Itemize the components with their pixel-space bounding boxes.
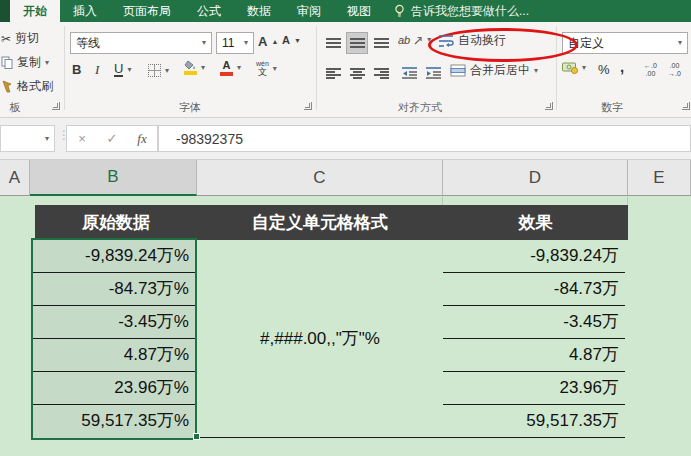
increase-indent-icon — [426, 67, 441, 79]
merge-center-icon — [450, 64, 466, 77]
clipboard-dialog-launcher-icon[interactable] — [52, 102, 60, 110]
align-left-button[interactable] — [322, 62, 344, 84]
table-header-format[interactable]: 自定义单元格格式 — [197, 205, 443, 240]
alignment-dialog-launcher-icon[interactable] — [545, 102, 553, 110]
shrink-font-button[interactable]: A▼ — [282, 34, 301, 46]
align-top-button[interactable] — [322, 32, 344, 54]
align-bottom-icon — [374, 38, 389, 49]
percent-style-button[interactable]: % — [598, 62, 610, 77]
align-top-icon — [326, 38, 341, 49]
column-header-c[interactable]: C — [197, 160, 443, 196]
alignment-group-label: 对齐方式 — [385, 100, 455, 115]
decrease-indent-button[interactable] — [398, 62, 420, 84]
table-row[interactable]: -84.73万 — [443, 273, 625, 306]
name-box[interactable]: ▾ — [0, 125, 55, 152]
table-row[interactable]: -84.73万% — [33, 273, 195, 306]
table-header-effect[interactable]: 效果 — [443, 205, 628, 240]
borders-button[interactable]: ▾ — [148, 64, 169, 77]
enter-button[interactable]: ✓ — [97, 131, 127, 146]
table-row[interactable]: -9,839.24万% — [33, 240, 195, 273]
align-center-button[interactable] — [346, 62, 368, 84]
selected-range-original-data[interactable]: -9,839.24万% -84.73万% -3.45万% 4.87万% 23.9… — [31, 238, 197, 440]
copy-button[interactable]: 复制 ▾ — [1, 54, 49, 71]
underline-button[interactable]: U ▾ — [114, 62, 131, 77]
clipboard-group-label: 板 — [0, 100, 30, 115]
font-name-combo[interactable]: 等线 ▾ — [70, 32, 212, 54]
accounting-format-button[interactable]: ▾ — [562, 62, 586, 74]
table-row[interactable]: -3.45万% — [33, 306, 195, 339]
table-header-original[interactable]: 原始数据 — [35, 205, 197, 240]
table-row[interactable]: -9,839.24万 — [443, 240, 625, 273]
italic-button[interactable]: I — [95, 62, 99, 78]
number-group-label: 数字 — [590, 100, 634, 115]
table-row[interactable]: 4.87万 — [443, 339, 625, 372]
selection-fill-handle[interactable] — [193, 433, 200, 440]
effect-column[interactable]: -9,839.24万 -84.73万 -3.45万 4.87万 23.96万 5… — [443, 240, 625, 438]
formula-bar: ▾ ⋮ × ✓ fx -98392375 — [0, 118, 691, 160]
grow-font-button[interactable]: A▲ — [258, 34, 278, 49]
tab-home[interactable]: 开始 — [10, 0, 60, 22]
tab-data[interactable]: 数据 — [234, 0, 284, 22]
fill-color-button[interactable]: ▾ — [184, 60, 205, 75]
column-header-a[interactable]: A — [0, 160, 30, 196]
font-color-button[interactable]: A ▾ — [220, 60, 241, 76]
number-dialog-launcher-icon[interactable] — [682, 102, 690, 110]
font-color-icon: A — [220, 60, 233, 76]
wrap-text-icon — [438, 34, 454, 48]
column-header-row: A B C D E — [0, 160, 691, 196]
tab-view[interactable]: 视图 — [334, 0, 384, 22]
table-row[interactable]: 23.96万 — [443, 372, 625, 405]
merge-center-button[interactable]: 合并后居中 ▾ — [450, 62, 538, 79]
increase-decimal-button[interactable]: ←.0.00 — [644, 62, 657, 77]
money-icon — [562, 62, 578, 74]
group-divider — [64, 26, 65, 110]
chevron-down-icon: ▾ — [582, 64, 586, 72]
cancel-button[interactable]: × — [67, 131, 97, 146]
tell-me-box[interactable]: 告诉我您想要做什么... — [394, 0, 529, 22]
chevron-down-icon: ▾ — [165, 67, 169, 75]
number-format-combo[interactable]: 自定义 ▾ — [562, 32, 688, 54]
column-header-d[interactable]: D — [443, 160, 628, 196]
decrease-decimal-button[interactable]: .00→.0 — [668, 62, 681, 77]
column-header-e[interactable]: E — [628, 160, 691, 196]
copy-icon — [1, 56, 13, 69]
comma-style-button[interactable]: , — [620, 58, 624, 75]
chevron-down-icon: ▾ — [244, 39, 248, 47]
font-dialog-launcher-icon[interactable] — [304, 102, 312, 110]
bold-button[interactable]: B — [72, 62, 81, 77]
align-middle-button[interactable] — [346, 32, 368, 54]
increase-indent-button[interactable] — [422, 62, 444, 84]
format-painter-button[interactable]: 格式刷 — [1, 78, 53, 95]
align-left-icon — [326, 68, 341, 79]
decrease-indent-icon — [402, 67, 417, 79]
lightbulb-icon — [394, 4, 405, 18]
insert-function-button[interactable]: fx — [127, 131, 157, 147]
phonetic-guide-button[interactable]: wén 文 ▾ — [256, 60, 277, 77]
table-row[interactable]: -3.45万 — [443, 306, 625, 339]
worksheet[interactable]: 原始数据 自定义单元格格式 效果 -9,839.24万% -84.73万% -3… — [0, 196, 691, 456]
phonetic-icon: wén 文 — [256, 60, 269, 77]
table-row[interactable]: 59,517.35万 — [443, 405, 625, 438]
orientation-button[interactable]: ab ▾ — [398, 34, 431, 46]
table-row[interactable]: 23.96万% — [33, 372, 195, 405]
column-header-b[interactable]: B — [30, 160, 197, 196]
file-tab-edge[interactable] — [0, 0, 10, 22]
table-row[interactable]: 4.87万% — [33, 339, 195, 372]
align-bottom-button[interactable] — [370, 32, 392, 54]
tab-page-layout[interactable]: 页面布局 — [110, 0, 184, 22]
cut-button[interactable]: ✂ 剪切 — [1, 30, 39, 47]
tab-review[interactable]: 审阅 — [284, 0, 334, 22]
formula-input[interactable]: -98392375 — [158, 125, 691, 152]
tell-me-label: 告诉我您想要做什么... — [411, 3, 529, 20]
font-group-label: 字体 — [160, 100, 220, 115]
tab-formulas[interactable]: 公式 — [184, 0, 234, 22]
wrap-text-button[interactable]: 自动换行 — [438, 32, 506, 49]
align-center-icon — [350, 68, 365, 79]
chevron-down-icon: ▾ — [273, 65, 277, 73]
tab-insert[interactable]: 插入 — [60, 0, 110, 22]
format-string-cell[interactable]: #,###.00,,"万"% — [197, 240, 443, 438]
align-right-button[interactable] — [370, 62, 392, 84]
align-right-icon — [374, 68, 389, 79]
table-row[interactable]: 59,517.35万% — [33, 405, 195, 438]
font-size-combo[interactable]: 11 ▾ — [216, 32, 254, 54]
